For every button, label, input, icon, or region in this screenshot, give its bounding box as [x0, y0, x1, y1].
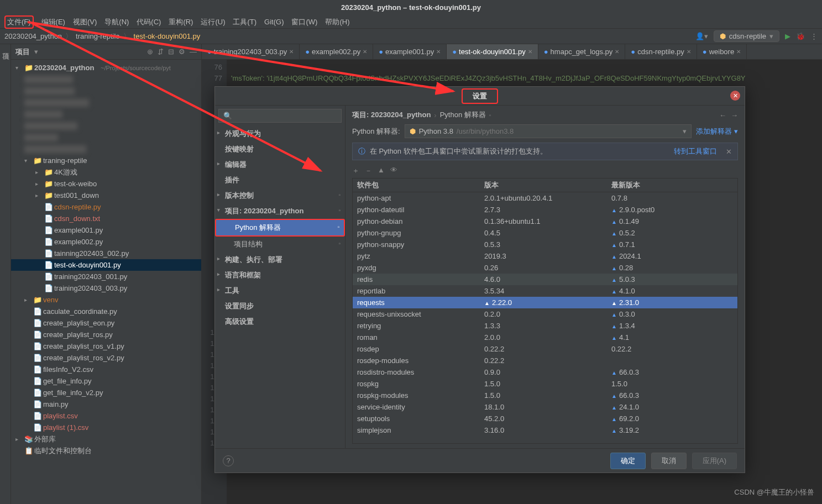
tab-close-icon[interactable]: ✕ — [436, 49, 441, 55]
tree-file[interactable]: 📄playlist (1).csv — [11, 422, 201, 433]
cat-appearance[interactable]: ▸外观与行为 — [215, 126, 345, 141]
tab-close-icon[interactable]: ✕ — [687, 49, 691, 55]
tree-file[interactable]: 📄playlist.csv — [11, 410, 201, 422]
tree-file[interactable]: 📄create_playlist_ros.py — [11, 329, 201, 340]
table-row[interactable]: retrying1.3.3▲1.3.4 — [353, 320, 737, 332]
table-row[interactable]: requests▲2.22.0▲2.31.0 — [353, 297, 737, 308]
editor-tab[interactable]: ●example002.py✕ — [300, 44, 373, 60]
table-row[interactable]: setuptools45.2.0▲69.2.0 — [353, 413, 737, 424]
tab-close-icon[interactable]: ✕ — [528, 49, 532, 55]
ok-button[interactable]: 确定 — [610, 453, 646, 469]
tree-sub2[interactable]: ▸📁test-ok-weibo — [11, 178, 201, 190]
cat-adv[interactable]: 高级设置 — [215, 314, 345, 329]
cat-editor[interactable]: ▸编辑器 — [215, 157, 345, 172]
cat-vcs[interactable]: ▸版本控制▫ — [215, 188, 345, 203]
collapse-icon[interactable]: ⊟ — [168, 48, 174, 56]
table-row[interactable]: python-snappy0.5.3▲0.7.1 — [353, 239, 737, 250]
tree-extlib[interactable]: ▸📚外部库 — [11, 433, 201, 445]
locate-icon[interactable]: ⊕ — [147, 48, 153, 56]
table-row[interactable]: reportlab3.5.34▲4.1.0 — [353, 285, 737, 297]
menu-run[interactable]: 运行(U) — [201, 17, 225, 27]
add-interp-link[interactable]: 添加解释器 ▾ — [696, 127, 738, 136]
remove-pkg-icon[interactable]: － — [365, 166, 372, 176]
run-icon[interactable]: ▶ — [785, 32, 790, 40]
table-row[interactable]: rosdep-modules0.22.2 — [353, 355, 737, 366]
debug-icon[interactable]: 🐞 — [796, 32, 805, 40]
tree-venv[interactable]: ▸📁venv — [11, 294, 201, 306]
menu-window[interactable]: 窗口(W) — [291, 17, 317, 27]
cat-interpreter[interactable]: Python 解释器▫ — [215, 219, 345, 237]
banner-close-icon[interactable]: ✕ — [726, 148, 732, 156]
cat-plugins[interactable]: 插件 — [215, 172, 345, 188]
crumb-folder[interactable]: traning-reptile — [76, 32, 120, 40]
editor-tab[interactable]: ●example001.py✕ — [373, 44, 447, 60]
editor-tab[interactable]: ●weibore✕ — [697, 44, 747, 60]
crumb-project[interactable]: 20230204_python — [4, 32, 62, 40]
table-row[interactable]: python-debian0.1.36+ubuntu1.1▲0.1.49 — [353, 216, 737, 227]
tab-close-icon[interactable]: ✕ — [289, 49, 294, 55]
menu-code[interactable]: 代码(C) — [137, 17, 161, 27]
tree-folder[interactable]: ▾📁traning-reptile — [11, 155, 201, 166]
menu-help[interactable]: 帮助(H) — [325, 17, 349, 27]
tree-scratch[interactable]: 📋临时文件和控制台 — [11, 445, 201, 456]
tree-file[interactable]: 📄create_playlist_ros_v1.py — [11, 340, 201, 352]
table-row[interactable]: python-apt2.0.1+ubuntu0.20.4.10.7.8 — [353, 192, 737, 204]
tree-sub3[interactable]: ▸📁test001_down — [11, 190, 201, 201]
tree-file[interactable]: 📄test-ok-douyin001.py — [11, 259, 201, 271]
tree-file[interactable]: 📄filesInfo_V2.csv — [11, 364, 201, 375]
editor-tab[interactable]: ●cdsn-reptile.py✕ — [625, 44, 697, 60]
table-row[interactable]: pyxdg0.26▲0.28 — [353, 262, 737, 274]
table-row[interactable]: python-gnupg0.4.5▲0.5.2 — [353, 227, 737, 239]
table-row[interactable]: redis4.6.0▲5.0.3 — [353, 274, 737, 285]
upgrade-pkg-icon[interactable]: ▲ — [378, 166, 385, 176]
cat-sync[interactable]: 设置同步 — [215, 298, 345, 314]
table-row[interactable]: rosdistro-modules0.9.0▲66.0.3 — [353, 366, 737, 378]
editor-tab[interactable]: ●hmapc_get_logs.py✕ — [538, 44, 626, 60]
tree-file[interactable]: 📄example001.py — [11, 224, 201, 236]
tab-close-icon[interactable]: ✕ — [736, 49, 741, 55]
gear-icon[interactable]: ⚙ — [179, 48, 185, 56]
menu-file[interactable]: 文件(F) — [4, 15, 34, 29]
interp-select[interactable]: ⬢Python 3.8/usr/bin/python3.8▾ — [405, 124, 692, 138]
more-icon[interactable]: ⋮ — [810, 32, 818, 40]
col-package[interactable]: 软件包 — [353, 179, 480, 192]
tab-close-icon[interactable]: ✕ — [363, 49, 367, 55]
cat-lang[interactable]: ▸语言和框架 — [215, 267, 345, 283]
cat-structure[interactable]: 项目结构▫ — [215, 237, 345, 252]
crumb-file[interactable]: test-ok-douyin001.py — [134, 32, 201, 40]
col-latest[interactable]: 最新版本 — [607, 179, 737, 192]
apply-button[interactable]: 应用(A) — [692, 453, 737, 469]
table-row[interactable]: roman2.0.0▲4.1 — [353, 332, 737, 343]
project-tree[interactable]: ▾📁20230204_python ~/Projects/sourcecode/… — [11, 60, 201, 504]
menu-tools[interactable]: 工具(T) — [233, 17, 256, 27]
close-icon[interactable]: ✕ — [730, 91, 740, 101]
table-row[interactable]: pytz2019.3▲2024.1 — [353, 250, 737, 262]
menu-refactor[interactable]: 重构(R) — [169, 17, 193, 27]
run-config[interactable]: ⬢cdsn-reptile▾ — [714, 30, 779, 42]
tree-file[interactable]: 📄create_playlist_eon.py — [11, 317, 201, 329]
settings-search[interactable]: 🔍 — [218, 109, 342, 123]
tree-file[interactable]: 📄caculate_coordinate.py — [11, 306, 201, 317]
tree-file[interactable]: 📄get_file_info_v2.py — [11, 387, 201, 398]
tree-file[interactable]: 📄cdsn_down.txt — [11, 213, 201, 224]
tree-root[interactable]: ▾📁20230204_python ~/Projects/sourcecode/… — [11, 62, 201, 74]
cancel-button[interactable]: 取消 — [651, 453, 687, 469]
table-row[interactable]: python-dateutil2.7.3▲2.9.0.post0 — [353, 204, 737, 216]
table-row[interactable]: rospkg-modules1.5.0▲66.0.3 — [353, 390, 737, 401]
cat-tools[interactable]: ▸工具 — [215, 283, 345, 298]
cat-keymap[interactable]: 按键映射 — [215, 141, 345, 157]
menu-git[interactable]: Git(G) — [264, 18, 284, 26]
tree-file[interactable]: 📄main.py — [11, 398, 201, 410]
banner-link[interactable]: 转到工具窗口 — [674, 146, 717, 156]
table-row[interactable]: rosdep0.22.20.22.2 — [353, 343, 737, 355]
menu-view[interactable]: 视图(V) — [73, 17, 97, 27]
menu-nav[interactable]: 导航(N) — [104, 17, 129, 27]
tree-file[interactable]: 📄example002.py — [11, 236, 201, 248]
expand-icon[interactable]: ⇵ — [158, 48, 164, 56]
tree-file[interactable]: 📄training202403_003.py — [11, 282, 201, 294]
table-row[interactable]: service-identity18.1.0▲24.1.0 — [353, 401, 737, 413]
tree-file[interactable]: 📄tainning202403_002.py — [11, 248, 201, 259]
tree-sub1[interactable]: ▸📁4K游戏 — [11, 166, 201, 178]
tree-file[interactable]: 📄cdsn-reptile.py — [11, 201, 201, 213]
help-icon[interactable]: ? — [223, 455, 234, 466]
